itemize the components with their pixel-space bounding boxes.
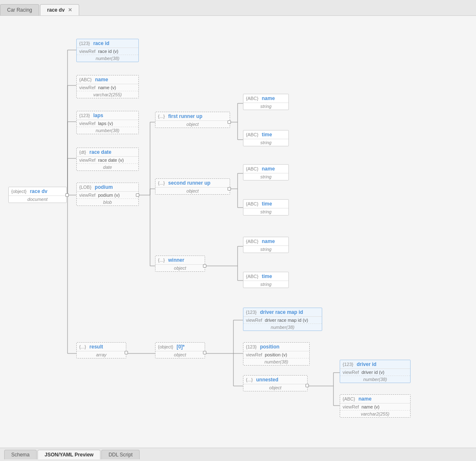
podium-node: {LOB} podium viewRef podium (v) blob bbox=[76, 183, 139, 206]
node-type: {ABC} bbox=[79, 77, 92, 82]
node-type: {...} bbox=[246, 377, 253, 382]
result-node: {...} result array bbox=[76, 342, 126, 358]
driver-race-map-id-node: {123} driver race map id viewRef driver … bbox=[243, 308, 322, 331]
first-runner-time-node: {ABC} time string bbox=[243, 130, 289, 146]
node-type: {...} bbox=[158, 258, 165, 263]
node-subtype: object bbox=[243, 384, 307, 391]
node-type: {ABC} bbox=[246, 239, 258, 244]
node-subtype: number(38) bbox=[77, 127, 138, 134]
node-name: laps bbox=[93, 113, 103, 118]
node-name: time bbox=[262, 132, 272, 138]
node-name: result bbox=[90, 344, 103, 350]
node-subtype: varchar2(255) bbox=[77, 91, 138, 98]
node-subtype: number(38) bbox=[340, 376, 410, 383]
node-subtype: string bbox=[243, 281, 288, 288]
node-type: {123} bbox=[343, 362, 353, 367]
node-name: name bbox=[358, 396, 371, 402]
race-dv-node: {object} race dv document bbox=[8, 187, 67, 203]
node-type: {ABC} bbox=[246, 166, 258, 171]
bottom-tab-label: Schema bbox=[11, 452, 30, 458]
connector-resultobj bbox=[203, 351, 206, 354]
close-icon[interactable]: ✕ bbox=[68, 7, 72, 13]
tab-car-racing[interactable]: Car Racing bbox=[0, 4, 39, 15]
node-name: time bbox=[262, 273, 272, 279]
result-obj-node: {object} [0]* object bbox=[155, 342, 205, 358]
node-subtype: string bbox=[243, 139, 288, 146]
driver-name-node: {ABC} name viewRef name (v) varchar2(255… bbox=[340, 394, 411, 418]
second-runner-time-node: {ABC} time string bbox=[243, 199, 289, 215]
node-name: race date bbox=[90, 149, 112, 155]
node-subtype: varchar2(255) bbox=[340, 410, 410, 417]
winner-time-node: {ABC} time string bbox=[243, 272, 289, 288]
connector-racedv bbox=[65, 193, 69, 197]
node-name: driver id bbox=[357, 361, 376, 367]
winner-name-node: {ABC} name string bbox=[243, 237, 289, 253]
node-type: {123} bbox=[246, 344, 257, 349]
connector-secondrunner bbox=[228, 187, 231, 190]
first-runner-name-node: {ABC} name string bbox=[243, 94, 289, 110]
node-type: {object} bbox=[11, 189, 27, 194]
tab-race-dv[interactable]: race dv ✕ bbox=[40, 4, 79, 15]
node-type: {ABC} bbox=[246, 201, 258, 206]
node-name: winner bbox=[168, 257, 185, 263]
bottom-tab-json-yaml[interactable]: JSON/YAML Preview bbox=[38, 450, 100, 459]
node-type: {...} bbox=[79, 344, 86, 349]
node-type: {ABC} bbox=[246, 132, 258, 137]
node-type: {ABC} bbox=[246, 274, 258, 279]
node-type: {ABC} bbox=[343, 396, 355, 401]
bottom-tab-label: JSON/YAML Preview bbox=[45, 452, 93, 458]
canvas-area: {object} race dv document {123} race id … bbox=[0, 16, 476, 448]
node-name: name bbox=[262, 166, 275, 172]
first-runner-up-node: {...} first runner up object bbox=[155, 112, 230, 128]
node-subtype: number(38) bbox=[77, 55, 138, 62]
node-type: {ABC} bbox=[246, 96, 258, 101]
race-id-node: {123} race id viewRef race id (v) number… bbox=[76, 39, 139, 62]
bottom-tab-ddl[interactable]: DDL Script bbox=[101, 450, 140, 459]
node-name: [0]* bbox=[177, 344, 185, 350]
node-name: name bbox=[262, 95, 275, 101]
node-name: race dv bbox=[30, 188, 48, 194]
node-type: {123} bbox=[79, 41, 90, 46]
connector-podium bbox=[136, 193, 139, 197]
node-type: {123} bbox=[246, 310, 257, 315]
laps-node: {123} laps viewRef laps (v) number(38) bbox=[76, 111, 139, 134]
node-subtype: blob bbox=[77, 198, 138, 205]
node-name: position bbox=[260, 344, 280, 350]
node-subtype: string bbox=[243, 208, 288, 215]
node-subtype: object bbox=[155, 351, 205, 358]
node-subtype: array bbox=[77, 351, 126, 358]
position-node: {123} position viewRef position (v) numb… bbox=[243, 342, 310, 366]
tab-bar: Car Racing race dv ✕ bbox=[0, 0, 476, 16]
bottom-tabs: Schema JSON/YAML Preview DDL Script bbox=[0, 448, 476, 461]
tab-label: Car Racing bbox=[7, 7, 32, 13]
node-subtype: object bbox=[155, 265, 205, 271]
node-name: podium bbox=[95, 184, 113, 190]
app-container: Car Racing race dv ✕ bbox=[0, 0, 476, 461]
node-name: driver race map id bbox=[260, 309, 303, 315]
node-type: {object} bbox=[158, 344, 173, 349]
node-name: name bbox=[95, 77, 108, 83]
driver-id-node: {123} driver id viewRef driver id (v) nu… bbox=[340, 360, 411, 383]
node-name: unnested bbox=[256, 377, 278, 383]
node-subtype: number(38) bbox=[243, 358, 309, 365]
connector-result bbox=[125, 351, 128, 354]
name1-node: {ABC} name viewRef name (v) varchar2(255… bbox=[76, 75, 139, 98]
second-runner-up-node: {...} second runner up object bbox=[155, 178, 230, 195]
node-subtype: object bbox=[155, 188, 230, 194]
connector-firstrunner bbox=[228, 120, 231, 124]
node-name: second runner up bbox=[168, 180, 210, 186]
node-name: race id bbox=[93, 40, 110, 46]
race-date-node: {dt} race date viewRef race date (v) dat… bbox=[76, 148, 139, 171]
node-subtype: object bbox=[155, 121, 230, 128]
node-subtype: string bbox=[243, 173, 288, 180]
connector-unnested bbox=[306, 384, 309, 387]
bottom-tab-label: DDL Script bbox=[108, 452, 133, 458]
node-type: {...} bbox=[158, 180, 165, 185]
node-subtype: document bbox=[9, 196, 66, 203]
node-type: {LOB} bbox=[79, 185, 91, 190]
unnested-node: {...} unnested object bbox=[243, 375, 308, 391]
node-type: {123} bbox=[79, 113, 90, 118]
bottom-tab-schema[interactable]: Schema bbox=[4, 450, 37, 459]
node-type: {dt} bbox=[79, 150, 86, 155]
node-subtype: date bbox=[77, 163, 138, 170]
